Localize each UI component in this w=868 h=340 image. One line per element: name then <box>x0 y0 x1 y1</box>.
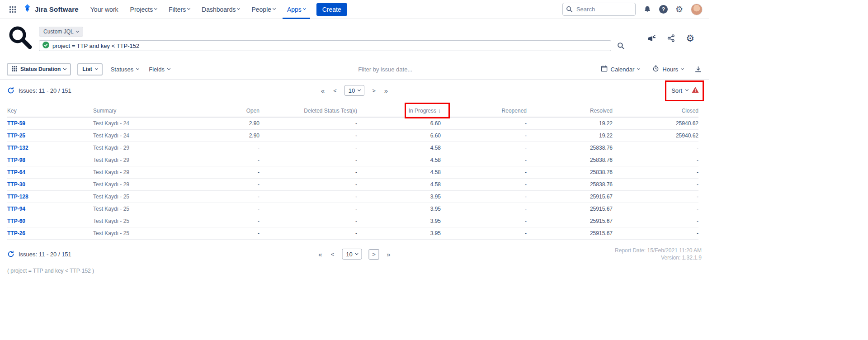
cell: 25915.67 <box>527 215 613 227</box>
column-header-reopened[interactable]: Reopened <box>441 104 527 117</box>
refresh-icon[interactable] <box>7 87 14 94</box>
cell: - <box>229 142 259 154</box>
jql-mode-select[interactable]: Custom JQL <box>39 27 83 37</box>
issue-key-link[interactable]: TTP-60 <box>7 218 25 224</box>
issue-key-link[interactable]: TTP-94 <box>7 206 25 212</box>
cell: Test Kaydı - 25 <box>93 215 229 227</box>
nav-filters[interactable]: Filters <box>164 0 194 19</box>
export-icon[interactable] <box>694 66 702 73</box>
cell: - <box>259 191 357 203</box>
nav-projects[interactable]: Projects <box>126 0 161 19</box>
table-row: TTP-94Test Kaydı - 25--3.95-25915.67- <box>7 203 698 215</box>
settings-gear-icon[interactable]: ⚙ <box>675 5 683 14</box>
top-nav: Jira Software Your work Projects Filters… <box>0 0 709 19</box>
date-filter-input[interactable] <box>183 66 588 73</box>
column-header-closed[interactable]: Closed <box>613 104 698 117</box>
table-row: TTP-132Test Kaydı - 29--4.58-25838.76- <box>7 142 698 154</box>
prev-page-button[interactable]: < <box>332 87 338 94</box>
help-icon[interactable]: ? <box>659 5 668 14</box>
cell: - <box>441 142 527 154</box>
chevron-down-icon <box>167 66 170 70</box>
chevron-down-icon <box>355 251 359 255</box>
calendar-dropdown[interactable]: Calendar <box>599 64 642 74</box>
next-page-button[interactable]: > <box>369 249 379 260</box>
table-row: TTP-98Test Kaydı - 29--4.58-25838.76- <box>7 154 698 166</box>
cell-key: TTP-60 <box>7 215 93 227</box>
table-header-row: Key Summary Open Deleted Status Test(x) … <box>7 104 698 117</box>
app-switcher-icon[interactable] <box>6 6 19 13</box>
app-settings-gear-icon[interactable]: ⚙ <box>686 33 694 43</box>
issue-key-link[interactable]: TTP-64 <box>7 169 25 175</box>
chevron-down-icon <box>95 66 98 70</box>
cell: Test Kaydı - 25 <box>93 227 229 240</box>
issue-key-link[interactable]: TTP-59 <box>7 120 25 127</box>
cell: - <box>441 203 527 215</box>
prev-page-button[interactable]: < <box>330 251 335 258</box>
sort-warning-icon[interactable] <box>692 87 699 94</box>
column-header-in-progress[interactable]: In Progress↓ <box>357 104 441 117</box>
cell: Test Kaydı - 25 <box>93 203 229 215</box>
cell-key: TTP-128 <box>7 191 93 203</box>
first-page-button[interactable]: « <box>318 250 323 258</box>
issue-key-link[interactable]: TTP-132 <box>7 145 28 151</box>
column-header-open[interactable]: Open <box>229 104 259 117</box>
cell-key: TTP-25 <box>7 130 93 142</box>
create-button[interactable]: Create <box>316 3 347 16</box>
layout-button[interactable]: List <box>77 63 102 76</box>
issue-key-link[interactable]: TTP-128 <box>7 194 28 200</box>
issue-key-link[interactable]: TTP-30 <box>7 181 25 188</box>
issue-key-link[interactable]: TTP-26 <box>7 230 25 236</box>
cell: - <box>229 166 259 179</box>
cell: 25940.62 <box>613 117 698 130</box>
cell: - <box>259 215 357 227</box>
cell: 25915.67 <box>527 191 613 203</box>
share-icon[interactable] <box>667 34 675 42</box>
hours-dropdown[interactable]: Hours <box>651 64 685 74</box>
table-row: TTP-59Test Kaydı - 242.90-6.60-19.222594… <box>7 117 698 130</box>
table-row: TTP-128Test Kaydı - 25--3.95-25915.67- <box>7 191 698 203</box>
cell: - <box>259 154 357 166</box>
view-mode-button[interactable]: Status Duration <box>7 63 71 76</box>
nav-your-work[interactable]: Your work <box>86 0 123 19</box>
cell: Test Kaydı - 29 <box>93 166 229 179</box>
cell: Test Kaydı - 29 <box>93 142 229 154</box>
cell: Test Kaydı - 25 <box>93 191 229 203</box>
notifications-bell-icon[interactable] <box>643 5 651 14</box>
column-header-key[interactable]: Key <box>7 104 93 117</box>
cell: - <box>229 191 259 203</box>
jql-search-button[interactable] <box>617 42 625 50</box>
nav-dashboards[interactable]: Dashboards <box>197 0 244 19</box>
pagination-top: « < 10 > » <box>320 85 389 96</box>
issue-key-link[interactable]: TTP-25 <box>7 132 25 139</box>
issue-key-link[interactable]: TTP-98 <box>7 157 25 163</box>
chevron-down-icon <box>237 7 240 10</box>
last-page-button[interactable]: » <box>386 250 392 258</box>
statuses-dropdown[interactable]: Statuses <box>109 65 141 74</box>
grid-icon <box>12 66 17 73</box>
cell: - <box>259 179 357 191</box>
column-header-deleted-status[interactable]: Deleted Status Test(x) <box>259 104 357 117</box>
next-page-button[interactable]: > <box>371 87 377 94</box>
sort-dropdown[interactable]: Sort <box>671 87 699 94</box>
jql-input[interactable]: project = TTP and key < TTP-152 <box>39 40 611 51</box>
cell: 4.58 <box>357 154 441 166</box>
search-input[interactable] <box>562 3 636 16</box>
last-page-button[interactable]: » <box>383 87 389 94</box>
page-size-select[interactable]: 10 <box>344 85 364 96</box>
refresh-icon[interactable] <box>7 250 14 258</box>
user-avatar[interactable] <box>691 4 703 15</box>
cell: Test Kaydı - 29 <box>93 154 229 166</box>
page-size-select[interactable]: 10 <box>342 249 362 260</box>
cell: - <box>441 227 527 240</box>
cell: 3.95 <box>357 227 441 240</box>
nav-apps[interactable]: Apps <box>283 0 310 19</box>
announcement-megaphone-icon[interactable] <box>647 34 656 42</box>
cell-key: TTP-132 <box>7 142 93 154</box>
fields-dropdown[interactable]: Fields <box>147 65 172 74</box>
nav-people[interactable]: People <box>247 0 279 19</box>
first-page-button[interactable]: « <box>320 87 326 94</box>
column-header-summary[interactable]: Summary <box>93 104 229 117</box>
jira-logo[interactable]: Jira Software <box>22 4 83 15</box>
column-header-resolved[interactable]: Resolved <box>527 104 613 117</box>
cell: 2.90 <box>229 130 259 142</box>
